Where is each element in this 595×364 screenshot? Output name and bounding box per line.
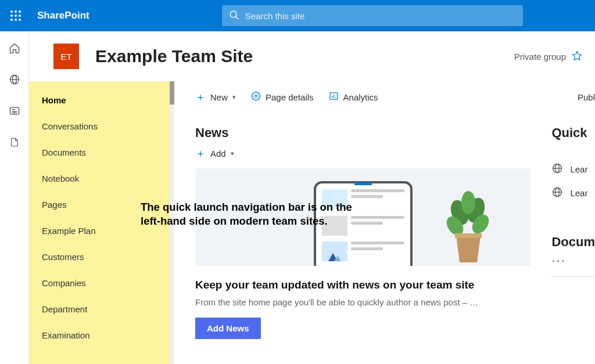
ql-item-notebook[interactable]: Notebook (29, 165, 170, 192)
quick-link[interactable]: Lear (551, 163, 595, 176)
analytics-label: Analytics (343, 92, 378, 102)
documents-ellipsis[interactable]: ··· (551, 253, 595, 268)
svg-point-9 (230, 11, 236, 17)
quick-link[interactable]: Lear (551, 186, 595, 200)
news-add-button[interactable]: ＋ Add ▾ (195, 146, 531, 160)
ql-item-conversations[interactable]: Conversations (29, 113, 170, 139)
file-icon[interactable] (8, 136, 21, 149)
globe-icon (551, 186, 563, 200)
svg-point-4 (15, 15, 17, 17)
svg-point-8 (19, 19, 21, 21)
quick-links-heading: Quick (551, 125, 595, 140)
new-button[interactable]: ＋ New ▾ (195, 90, 236, 104)
svg-point-0 (10, 10, 13, 13)
search-icon (229, 10, 239, 23)
documents-heading: Docum (551, 235, 595, 250)
svg-rect-31 (455, 233, 482, 238)
svg-point-2 (19, 10, 21, 13)
waffle-icon (10, 10, 21, 21)
plant-illustration (442, 188, 494, 266)
svg-marker-18 (573, 51, 582, 60)
svg-point-5 (19, 15, 21, 17)
news-subtext: From the site home page you'll be able t… (195, 297, 531, 307)
svg-point-6 (10, 19, 13, 21)
svg-point-19 (255, 95, 257, 97)
svg-point-28 (461, 191, 475, 214)
news-headline: Keep your team updated with news on your… (195, 279, 531, 291)
ql-item-home[interactable]: Home (29, 87, 170, 113)
ql-item-companies[interactable]: Companies (29, 270, 170, 296)
globe-icon[interactable] (8, 73, 21, 86)
ql-scrollbar-thumb[interactable] (170, 81, 174, 104)
quick-link-label: Lear (570, 164, 587, 174)
analytics-button[interactable]: Analytics (329, 91, 378, 103)
ql-scrollbar[interactable] (170, 81, 174, 364)
globe-icon (551, 163, 563, 176)
app-launcher[interactable] (0, 0, 31, 31)
search-input[interactable] (222, 5, 523, 26)
new-label: New (210, 92, 228, 102)
plus-icon: ＋ (195, 146, 206, 160)
ql-item-department[interactable]: Department (29, 296, 170, 322)
publish-label: Publ (578, 92, 595, 102)
add-label: Add (210, 149, 226, 158)
svg-point-3 (10, 15, 13, 17)
ql-item-example-plan[interactable]: Example Plan (29, 218, 170, 244)
app-name[interactable]: SharePoint (37, 10, 89, 21)
svg-point-1 (15, 10, 17, 13)
chevron-down-icon: ▾ (231, 150, 234, 157)
site-title[interactable]: Example Team Site (95, 46, 514, 66)
quick-launch: Home Conversations Documents Notebook Pa… (29, 81, 170, 364)
quick-link-label: Lear (570, 188, 587, 198)
analytics-icon (329, 91, 339, 103)
site-logo[interactable]: ET (53, 44, 79, 69)
ql-item-documents[interactable]: Documents (29, 139, 170, 165)
chevron-down-icon: ▾ (232, 93, 236, 101)
news-icon[interactable] (8, 104, 21, 117)
divider (551, 276, 595, 277)
news-illustration (195, 168, 531, 266)
page-toolbar: ＋ New ▾ Page details Analytics Publ (195, 81, 595, 113)
publish-button[interactable]: Publ (578, 92, 595, 102)
ql-item-customers[interactable]: Customers (29, 244, 170, 270)
plus-icon: ＋ (195, 90, 206, 104)
gear-icon (251, 91, 261, 103)
page-details-button[interactable]: Page details (251, 91, 314, 103)
add-news-button[interactable]: Add News (195, 318, 261, 339)
svg-rect-14 (10, 107, 19, 114)
ql-item-pages[interactable]: Pages (29, 192, 170, 218)
svg-line-10 (235, 17, 238, 20)
svg-point-7 (15, 19, 17, 21)
site-privacy: Private group (514, 52, 566, 62)
star-icon[interactable] (572, 51, 582, 63)
home-icon[interactable] (8, 42, 21, 55)
ql-item-examination[interactable]: Examination (29, 322, 170, 348)
news-heading: News (195, 125, 531, 140)
page-details-label: Page details (266, 92, 314, 102)
